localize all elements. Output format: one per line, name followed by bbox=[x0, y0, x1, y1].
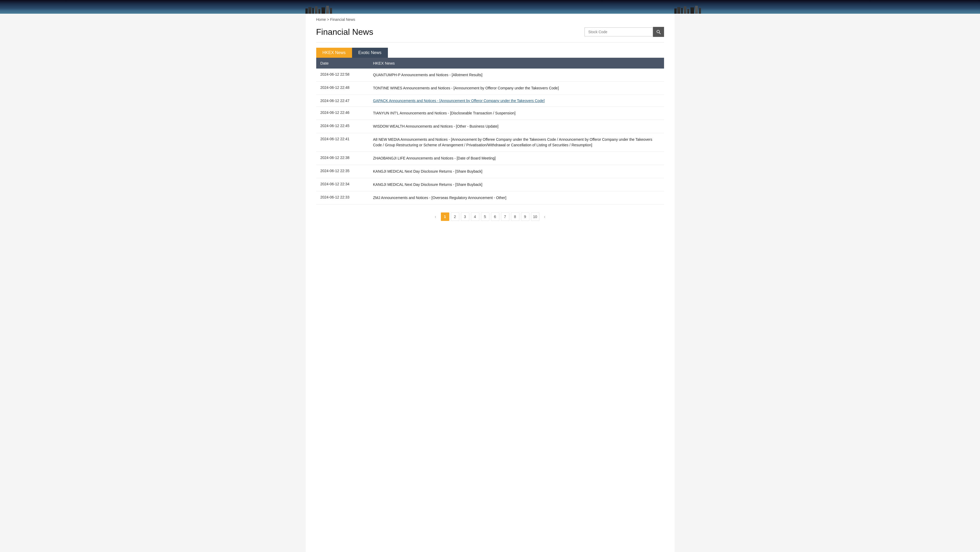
table-cell-date: 2024-06-12 22:38 bbox=[316, 152, 369, 165]
table-cell-date: 2024-06-12 22:48 bbox=[316, 82, 369, 95]
pagination-page-3[interactable]: 3 bbox=[461, 212, 469, 221]
pagination-page-8[interactable]: 8 bbox=[511, 212, 519, 221]
table-row: 2024-06-12 22:38ZHAOBANGJI LIFE Announce… bbox=[316, 152, 664, 165]
table-cell-news: KANGJI MEDICAL Next Day Disclosure Retur… bbox=[369, 178, 664, 191]
page-title: Financial News bbox=[316, 27, 373, 37]
pagination-page-7[interactable]: 7 bbox=[501, 212, 509, 221]
table-cell-date: 2024-06-12 22:45 bbox=[316, 120, 369, 133]
pagination-page-10[interactable]: 10 bbox=[531, 212, 539, 221]
table-cell-news: KANGJI MEDICAL Next Day Disclosure Retur… bbox=[369, 165, 664, 178]
pagination-pages: 12345678910 bbox=[441, 212, 539, 221]
table-row: 2024-06-12 22:58QUANTUMPH-P Announcement… bbox=[316, 69, 664, 82]
table-cell-news: ZMJ Announcements and Notices - [Oversea… bbox=[369, 191, 664, 204]
pagination-page-2[interactable]: 2 bbox=[451, 212, 459, 221]
column-header-news: HKEX News bbox=[369, 58, 664, 69]
svg-line-1 bbox=[659, 33, 660, 34]
table-row: 2024-06-12 22:46TIANYUN INT'L Announceme… bbox=[316, 107, 664, 120]
table-row: 2024-06-12 22:35KANGJI MEDICAL Next Day … bbox=[316, 165, 664, 178]
table-cell-news: QUANTUMPH-P Announcements and Notices - … bbox=[369, 69, 664, 82]
table-cell-news: TIANYUN INT'L Announcements and Notices … bbox=[369, 107, 664, 120]
pagination-page-9[interactable]: 9 bbox=[521, 212, 530, 221]
table-row: 2024-06-12 22:47GAPACK Announcements and… bbox=[316, 95, 664, 107]
breadcrumb-separator: > bbox=[327, 18, 329, 22]
table-cell-date: 2024-06-12 22:34 bbox=[316, 178, 369, 191]
tabs: HKEX News Exotic News bbox=[316, 48, 664, 58]
pagination-page-4[interactable]: 4 bbox=[471, 212, 479, 221]
tab-exotic-news[interactable]: Exotic News bbox=[352, 48, 388, 58]
table-cell-date: 2024-06-12 22:33 bbox=[316, 191, 369, 204]
table-cell-news: A8 NEW MEDIA Announcements and Notices -… bbox=[369, 133, 664, 152]
table-cell-news[interactable]: GAPACK Announcements and Notices - [Anno… bbox=[369, 95, 664, 107]
table-header-row: Date HKEX News bbox=[316, 58, 664, 69]
table-cell-date: 2024-06-12 22:58 bbox=[316, 69, 369, 82]
table-cell-date: 2024-06-12 22:47 bbox=[316, 95, 369, 107]
table-cell-news: TONTINE WINES Announcements and Notices … bbox=[369, 82, 664, 95]
pagination: ‹ 12345678910 › bbox=[316, 204, 664, 231]
column-header-date: Date bbox=[316, 58, 369, 69]
breadcrumb: Home > Financial News bbox=[316, 14, 664, 24]
news-link[interactable]: GAPACK Announcements and Notices - [Anno… bbox=[373, 99, 545, 103]
pagination-prev-button[interactable]: ‹ bbox=[432, 213, 439, 220]
pagination-page-6[interactable]: 6 bbox=[491, 212, 500, 221]
search-input[interactable] bbox=[584, 27, 653, 37]
search-area bbox=[584, 27, 664, 37]
table-row: 2024-06-12 22:48TONTINE WINES Announceme… bbox=[316, 82, 664, 95]
table-row: 2024-06-12 22:45WISDOM WEALTH Announceme… bbox=[316, 120, 664, 133]
table-cell-news: ZHAOBANGJI LIFE Announcements and Notice… bbox=[369, 152, 664, 165]
table-cell-news: WISDOM WEALTH Announcements and Notices … bbox=[369, 120, 664, 133]
table-cell-date: 2024-06-12 22:41 bbox=[316, 133, 369, 152]
table-row: 2024-06-12 22:33ZMJ Announcements and No… bbox=[316, 191, 664, 204]
pagination-page-5[interactable]: 5 bbox=[481, 212, 489, 221]
table-row: 2024-06-12 22:41A8 NEW MEDIA Announcemen… bbox=[316, 133, 664, 152]
table-cell-date: 2024-06-12 22:46 bbox=[316, 107, 369, 120]
table-cell-date: 2024-06-12 22:35 bbox=[316, 165, 369, 178]
breadcrumb-current: Financial News bbox=[330, 18, 355, 22]
table-row: 2024-06-12 22:34KANGJI MEDICAL Next Day … bbox=[316, 178, 664, 191]
search-button[interactable] bbox=[653, 27, 664, 37]
search-icon bbox=[656, 30, 661, 34]
tab-hkex-news[interactable]: HKEX News bbox=[316, 48, 352, 58]
pagination-page-1[interactable]: 1 bbox=[441, 212, 449, 221]
pagination-next-button[interactable]: › bbox=[541, 213, 548, 220]
news-table: Date HKEX News 2024-06-12 22:58QUANTUMPH… bbox=[316, 58, 664, 204]
city-banner bbox=[0, 0, 980, 14]
breadcrumb-home-link[interactable]: Home bbox=[316, 18, 326, 22]
page-header: Financial News bbox=[316, 24, 664, 42]
